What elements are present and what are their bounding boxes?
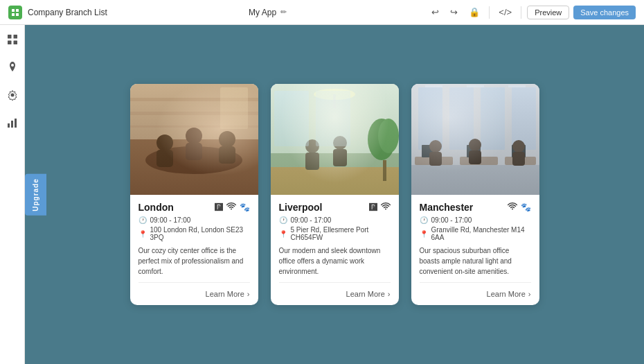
card-liverpool: Liverpool 🅿 🕐 09:00 - 17:00 📍 [271, 84, 399, 305]
card-liverpool-body: Liverpool 🅿 🕐 09:00 - 17:00 📍 [271, 195, 399, 305]
card-manchester: Manchester 🐾 🕐 09:00 - 17:00 📍 [411, 84, 539, 305]
svg-rect-47 [508, 85, 526, 87]
svg-rect-19 [186, 143, 202, 160]
save-button[interactable]: Save changes [573, 6, 636, 19]
svg-rect-17 [156, 150, 173, 167]
card-manchester-divider [420, 282, 531, 283]
svg-rect-13 [130, 84, 258, 195]
topbar-title: Company Branch List [28, 8, 107, 17]
svg-rect-49 [460, 157, 498, 165]
card-manchester-hours-row: 🕐 09:00 - 17:00 [420, 216, 531, 224]
svg-rect-48 [415, 157, 453, 165]
svg-rect-60 [512, 152, 525, 166]
svg-point-8 [11, 64, 14, 67]
clock-icon: 🕐 [138, 216, 147, 224]
card-manchester-body: Manchester 🐾 🕐 09:00 - 17:00 📍 [411, 195, 539, 305]
svg-point-18 [186, 128, 202, 144]
svg-point-32 [314, 89, 355, 100]
svg-rect-10 [8, 123, 10, 128]
learn-more-text-manchester[interactable]: Learn More [487, 290, 526, 298]
redo-button[interactable]: ↪ [447, 5, 461, 19]
svg-rect-22 [130, 98, 258, 101]
svg-rect-43 [481, 87, 505, 150]
app-logo [8, 6, 22, 19]
card-liverpool-divider [279, 282, 391, 283]
clock-icon-m: 🕐 [420, 216, 428, 224]
sidebar-icon-pin[interactable] [5, 60, 20, 75]
parking-icon: 🅿 [215, 202, 223, 212]
svg-rect-46 [467, 85, 484, 87]
svg-rect-31 [383, 160, 386, 181]
svg-rect-58 [469, 150, 481, 164]
preview-button[interactable]: Preview [527, 6, 569, 19]
card-manchester-header: Manchester 🐾 [420, 202, 531, 213]
upgrade-button[interactable]: Upgrade [25, 174, 46, 216]
edit-icon[interactable]: ✏ [280, 8, 287, 17]
svg-rect-28 [271, 167, 399, 195]
card-london-image [130, 84, 258, 195]
canvas-area: Upgrade [25, 25, 644, 364]
code-button[interactable]: </> [495, 5, 515, 19]
learn-more-arrow-liverpool: › [388, 290, 391, 298]
learn-more-text-london[interactable]: Learn More [206, 290, 244, 298]
svg-point-57 [469, 139, 481, 151]
sidebar-icon-settings[interactable] [5, 87, 20, 103]
card-london-address: 100 London Rd, London SE23 3PQ [150, 226, 250, 241]
topbar-center: My App ✏ [249, 8, 287, 17]
svg-point-30 [378, 119, 399, 153]
card-london-hours-row: 🕐 09:00 - 17:00 [138, 216, 250, 224]
topbar-left: Company Branch List [8, 6, 107, 19]
svg-rect-24 [130, 125, 258, 128]
undo-button[interactable]: ↩ [428, 5, 442, 19]
location-icon-m: 📍 [420, 230, 428, 238]
card-london-name: London [138, 202, 174, 213]
svg-rect-44 [512, 87, 536, 150]
divider [489, 6, 490, 19]
svg-rect-45 [425, 85, 442, 87]
svg-rect-42 [449, 87, 474, 150]
card-liverpool-header: Liverpool 🅿 [279, 202, 391, 213]
card-liverpool-hours-row: 🕐 09:00 - 17:00 [279, 216, 391, 224]
svg-rect-6 [8, 41, 12, 45]
cards-container: London 🅿 🐾 🕐 09:00 - 17:00 [130, 84, 539, 305]
wifi-icon-m [508, 202, 517, 212]
svg-rect-41 [418, 87, 442, 150]
svg-rect-27 [271, 153, 399, 195]
svg-point-16 [156, 135, 173, 151]
card-london-learn-more[interactable]: Learn More › [138, 287, 250, 300]
wifi-icon [226, 202, 236, 212]
left-sidebar [0, 25, 25, 364]
svg-rect-3 [16, 13, 19, 16]
card-liverpool-learn-more[interactable]: Learn More › [279, 287, 391, 300]
svg-point-9 [10, 94, 14, 97]
svg-rect-2 [12, 13, 15, 16]
card-liverpool-address: 5 Pier Rd, Ellesmere Port CH654FW [291, 226, 391, 241]
svg-rect-53 [512, 145, 526, 157]
card-london: London 🅿 🐾 🕐 09:00 - 17:00 [130, 84, 258, 305]
topbar-right: ↩ ↪ 🔒 </> Preview Save changes [428, 5, 636, 19]
svg-rect-11 [11, 121, 13, 128]
svg-point-55 [429, 140, 442, 153]
sidebar-icon-chart[interactable] [5, 115, 20, 130]
card-liverpool-image [271, 84, 399, 195]
card-manchester-image [411, 84, 539, 195]
card-london-address-row: 📍 100 London Rd, London SE23 3PQ [138, 226, 250, 241]
parking-icon-l: 🅿 [369, 202, 377, 212]
svg-rect-33 [333, 94, 336, 108]
card-london-divider [138, 282, 250, 283]
lock-button[interactable]: 🔒 [465, 5, 483, 19]
location-icon-l: 📍 [279, 230, 287, 238]
svg-point-59 [512, 140, 525, 153]
learn-more-text-liverpool[interactable]: Learn More [346, 290, 385, 298]
card-liverpool-icons: 🅿 [369, 202, 391, 212]
svg-rect-12 [15, 119, 17, 128]
learn-more-arrow-manchester: › [528, 290, 531, 298]
card-manchester-learn-more[interactable]: Learn More › [420, 287, 531, 300]
svg-rect-52 [467, 145, 481, 157]
svg-rect-38 [274, 91, 309, 146]
learn-more-arrow-london: › [247, 290, 250, 298]
card-manchester-hours: 09:00 - 17:00 [431, 216, 472, 224]
sidebar-icon-grid[interactable] [5, 32, 20, 47]
card-manchester-icons: 🐾 [508, 202, 531, 212]
card-london-header: London 🅿 🐾 [138, 202, 250, 213]
